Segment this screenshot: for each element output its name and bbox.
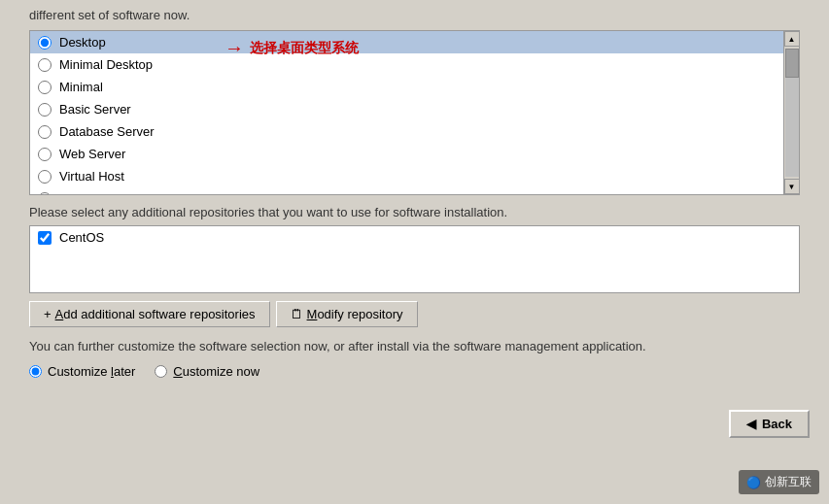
main-container: different set of software now. DesktopMi…	[0, 0, 829, 402]
add-repo-button[interactable]: + Add additional software repositories	[29, 301, 270, 327]
watermark: 🔵 创新互联	[739, 470, 819, 494]
back-icon: ◀	[746, 417, 756, 431]
list-item[interactable]: Software Development Workstation	[30, 187, 783, 195]
scroll-track[interactable]	[785, 49, 799, 177]
button-row: + Add additional software repositories 🗒…	[29, 301, 800, 327]
add-repo-label: Add additional software repositories	[55, 307, 256, 321]
software-item-label: Virtual Host	[59, 169, 124, 184]
back-button[interactable]: ◀ Back	[729, 410, 810, 438]
list-item[interactable]: Database Server	[30, 120, 783, 143]
customize-later-option[interactable]: Customize later	[29, 364, 135, 379]
customize-now-option[interactable]: Customize now	[155, 364, 259, 379]
back-label: Back	[762, 417, 792, 431]
software-list: DesktopMinimal DesktopMinimalBasic Serve…	[30, 31, 783, 195]
intro-text: different set of software now.	[29, 8, 800, 22]
software-item-label: Minimal	[59, 80, 103, 94]
software-item-label: Software Development Workstation	[59, 191, 258, 195]
customize-now-label: Customize now	[173, 364, 259, 379]
software-radio-7[interactable]	[38, 192, 52, 196]
software-radio-4[interactable]	[38, 125, 52, 139]
list-item[interactable]: Basic Server	[30, 98, 783, 120]
software-item-label: Database Server	[59, 124, 155, 139]
modify-repo-label: Modify repository	[307, 307, 403, 321]
list-item[interactable]: Virtual Host	[30, 165, 783, 187]
scrollbar[interactable]: ▲ ▼	[783, 31, 799, 194]
customize-later-radio[interactable]	[29, 365, 42, 378]
add-icon: +	[44, 307, 52, 321]
scroll-thumb[interactable]	[785, 49, 799, 78]
software-item-label: Minimal Desktop	[59, 57, 153, 72]
software-radio-2[interactable]	[38, 81, 52, 94]
centos-checkbox[interactable]	[38, 231, 52, 245]
software-radio-0[interactable]	[38, 36, 52, 50]
software-radio-1[interactable]	[38, 58, 52, 72]
list-item[interactable]: Minimal Desktop	[30, 53, 783, 76]
software-item-label: Web Server	[59, 147, 125, 161]
repo-item-centos[interactable]: CentOS	[30, 226, 799, 249]
watermark-text: 创新互联	[765, 474, 812, 490]
watermark-icon: 🔵	[746, 476, 761, 489]
software-radio-6[interactable]	[38, 170, 52, 184]
customize-later-label: Customize later	[48, 364, 135, 379]
software-list-container: DesktopMinimal DesktopMinimalBasic Serve…	[29, 30, 800, 195]
list-item[interactable]: Web Server	[30, 143, 783, 165]
software-item-label: Basic Server	[59, 102, 131, 117]
list-item[interactable]: Desktop	[30, 31, 783, 53]
customize-text: You can further customize the software s…	[29, 337, 800, 356]
repo-container: CentOS	[29, 225, 800, 293]
scroll-up-btn[interactable]: ▲	[784, 31, 800, 47]
modify-repo-button[interactable]: 🗒 Modify repository	[276, 301, 418, 327]
modify-icon: 🗒	[291, 307, 303, 321]
centos-label: CentOS	[59, 230, 104, 245]
customize-radio-row: Customize later Customize now	[29, 364, 800, 379]
software-radio-5[interactable]	[38, 148, 52, 161]
repo-section-label: Please select any additional repositorie…	[29, 205, 800, 219]
bottom-bar: ◀ Back	[0, 402, 829, 446]
list-item[interactable]: Minimal	[30, 76, 783, 98]
scroll-down-btn[interactable]: ▼	[784, 179, 800, 194]
software-item-label: Desktop	[59, 35, 106, 50]
software-radio-3[interactable]	[38, 103, 52, 117]
customize-now-radio[interactable]	[155, 365, 167, 378]
